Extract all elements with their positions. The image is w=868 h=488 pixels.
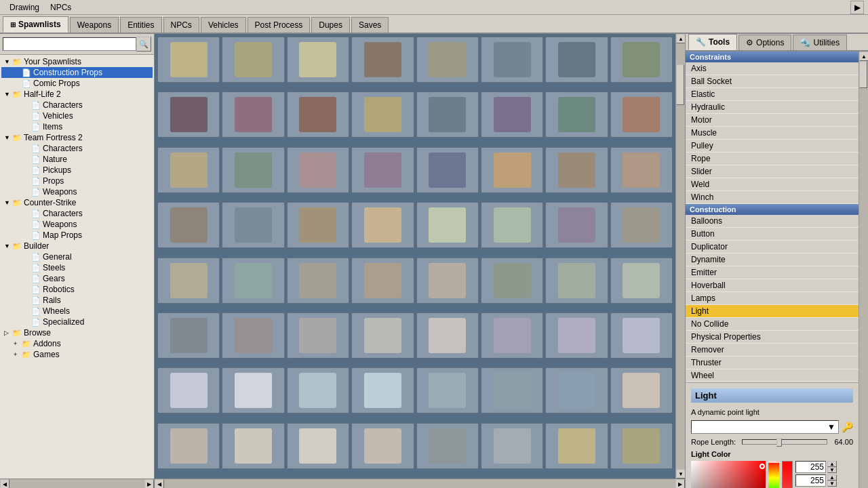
prop-item-30[interactable] — [545, 202, 608, 248]
rgb-g-up[interactable]: ▲ — [827, 474, 837, 481]
tab-dupes[interactable]: Dupes — [311, 17, 350, 33]
prop-item-29[interactable] — [481, 202, 543, 248]
tree-item-counter-strike[interactable]: ▼📁Counter-Strike — [1, 197, 153, 208]
menu-drawing[interactable]: Drawing — [4, 1, 45, 14]
tree-toggle-counter-strike[interactable]: ▼ — [4, 199, 11, 206]
tree-item-cs-weapons[interactable]: 📄Weapons — [1, 219, 153, 230]
prop-item-0[interactable] — [157, 37, 220, 83]
prop-item-27[interactable] — [351, 202, 414, 248]
tab-entities[interactable]: Entities — [120, 17, 161, 33]
tree-toggle-games[interactable]: + — [14, 351, 20, 358]
prop-item-6[interactable] — [545, 37, 608, 83]
prop-item-23[interactable] — [610, 147, 673, 193]
search-input[interactable] — [3, 37, 136, 51]
prop-item-40[interactable] — [157, 312, 220, 359]
prop-item-7[interactable] — [610, 37, 673, 83]
left-scroll-right[interactable]: ▶ — [144, 479, 154, 488]
tree-item-hl2-characters[interactable]: 📄Characters — [1, 100, 153, 110]
tab-npcs[interactable]: NPCs — [163, 17, 199, 33]
prop-item-34[interactable] — [287, 258, 349, 304]
tree-item-hl2-items[interactable]: 📄Items — [1, 121, 153, 132]
prop-item-25[interactable] — [222, 202, 284, 248]
rgb-g-down[interactable]: ▼ — [827, 481, 837, 487]
prop-item-31[interactable] — [610, 202, 673, 248]
tree-item-tf2-weapons[interactable]: 📄Weapons — [1, 186, 153, 197]
prop-item-15[interactable] — [610, 92, 673, 138]
rgb-r-down[interactable]: ▼ — [827, 467, 837, 473]
prop-item-37[interactable] — [481, 258, 543, 304]
tree-item-comic-props[interactable]: 📄Comic Props — [1, 78, 153, 89]
constraint-item-slider[interactable]: Slider — [686, 165, 859, 178]
center-scrollbar[interactable]: ▲ ▼ — [675, 34, 685, 479]
construction-item-duplicator[interactable]: Duplicator — [686, 241, 859, 253]
tree-item-tf2-pickups[interactable]: 📄Pickups — [1, 165, 153, 176]
center-scroll-right[interactable]: ▶ — [675, 479, 685, 488]
prop-item-58[interactable] — [287, 423, 349, 469]
center-scroll-down[interactable]: ▼ — [676, 469, 686, 479]
prop-item-32[interactable] — [157, 258, 220, 304]
rgb-g-input[interactable] — [795, 474, 826, 487]
constraint-item-axis[interactable]: Axis — [686, 62, 859, 75]
prop-item-28[interactable] — [416, 202, 479, 248]
right-scrollbar[interactable]: ▲ ▼ — [859, 52, 868, 488]
prop-item-22[interactable] — [545, 147, 608, 193]
prop-item-56[interactable] — [157, 423, 220, 469]
center-scroll-left[interactable]: ◀ — [155, 479, 164, 488]
tab-postprocess[interactable]: Post Process — [248, 17, 311, 33]
construction-item-no-collide[interactable]: No Collide — [686, 318, 859, 331]
tree-item-your-spawnlists[interactable]: ▼📁Your Spawnlists — [1, 56, 153, 67]
prop-item-21[interactable] — [481, 147, 543, 193]
center-scroll-thumb[interactable] — [676, 64, 684, 105]
center-scroll-track[interactable] — [676, 43, 685, 469]
tree-item-builder-general[interactable]: 📄General — [1, 251, 153, 262]
constraint-item-weld[interactable]: Weld — [686, 178, 859, 191]
prop-item-11[interactable] — [351, 92, 414, 138]
prop-item-4[interactable] — [416, 37, 479, 83]
tree-item-tf2-characters[interactable]: 📄Characters — [1, 143, 153, 154]
prop-item-10[interactable] — [287, 92, 349, 138]
tree-item-builder-robotics[interactable]: 📄Robotics — [1, 284, 153, 295]
tree-item-team-fortress-2[interactable]: ▼📁Team Fortress 2 — [1, 132, 153, 143]
tree-toggle-addons[interactable]: + — [14, 340, 20, 347]
prop-item-17[interactable] — [222, 147, 284, 193]
tree-item-builder-steels[interactable]: 📄Steels — [1, 262, 153, 273]
tree-toggle-your-spawnlists[interactable]: ▼ — [4, 58, 11, 65]
tree-item-builder-wheels[interactable]: 📄Wheels — [1, 306, 153, 317]
tree-toggle-builder[interactable]: ▼ — [4, 243, 11, 249]
tree-item-tf2-nature[interactable]: 📄Nature — [1, 154, 153, 165]
prop-item-61[interactable] — [481, 423, 543, 469]
construction-item-hoverball[interactable]: Hoverball — [686, 279, 859, 292]
construction-item-emitter[interactable]: Emitter — [686, 266, 859, 279]
center-scroll-up[interactable]: ▲ — [676, 34, 686, 43]
construction-item-lamps[interactable]: Lamps — [686, 292, 859, 305]
search-button[interactable]: 🔍 — [136, 37, 151, 52]
hue-bar[interactable] — [768, 461, 779, 488]
construction-item-balloons[interactable]: Balloons — [686, 215, 859, 228]
rgb-r-input[interactable] — [795, 461, 826, 473]
tree-item-browse[interactable]: ▷📁Browse — [1, 327, 153, 338]
prop-item-24[interactable] — [157, 202, 220, 248]
prop-item-26[interactable] — [287, 202, 349, 248]
prop-item-54[interactable] — [545, 367, 608, 413]
tab-options[interactable]: ⚙ Options — [738, 35, 791, 50]
prop-item-12[interactable] — [416, 92, 479, 138]
tree-item-tf2-props[interactable]: 📄Props — [1, 176, 153, 186]
menu-arrow[interactable]: ▶ — [850, 1, 864, 14]
tree-item-half-life-2[interactable]: ▼📁Half-Life 2 — [1, 89, 153, 100]
prop-item-52[interactable] — [416, 367, 479, 413]
alpha-bar[interactable] — [782, 461, 793, 488]
right-scroll-thumb[interactable] — [859, 61, 867, 88]
tree-toggle-team-fortress-2[interactable]: ▼ — [4, 134, 11, 141]
tree-item-builder-rails[interactable]: 📄Rails — [1, 295, 153, 306]
rope-length-slider[interactable] — [742, 439, 827, 445]
prop-item-48[interactable] — [157, 367, 220, 413]
light-dropdown[interactable]: ▼ — [691, 420, 839, 434]
constraint-item-pulley[interactable]: Pulley — [686, 140, 859, 152]
prop-item-60[interactable] — [416, 423, 479, 469]
construction-item-wheel[interactable]: Wheel — [686, 369, 859, 382]
constraint-item-muscle[interactable]: Muscle — [686, 127, 859, 140]
prop-item-20[interactable] — [416, 147, 479, 193]
prop-item-43[interactable] — [351, 312, 414, 359]
prop-item-5[interactable] — [481, 37, 543, 83]
tree-item-hl2-vehicles[interactable]: 📄Vehicles — [1, 110, 153, 121]
